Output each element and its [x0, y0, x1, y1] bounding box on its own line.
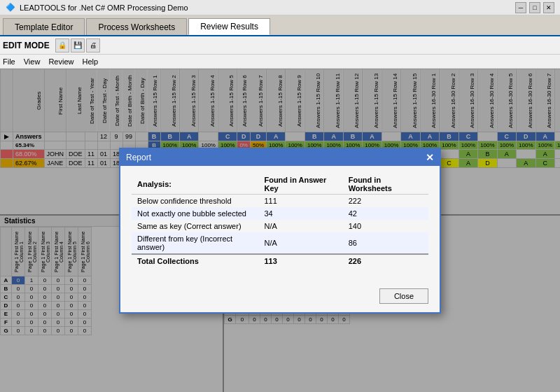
list-item: Total Collections 113 226 — [132, 254, 428, 267]
close-button[interactable]: ✕ — [543, 2, 554, 13]
row-3-ak: N/A — [258, 220, 342, 232]
main-content: Grades First Name Last Name Date of Test… — [0, 69, 560, 392]
modal-header: Report ✕ — [120, 149, 440, 166]
tab-bar: Template Editor Process Worksheets Revie… — [0, 15, 560, 36]
tab-process-worksheets[interactable]: Process Worksheets — [86, 18, 187, 35]
menu-review[interactable]: Review — [48, 57, 74, 66]
report-col-answer-key: Found in Answer Key — [258, 174, 342, 195]
modal-title: Report — [126, 153, 151, 162]
close-button[interactable]: Close — [379, 288, 428, 304]
modal-body: Analysis: Found in Answer Key Found in W… — [120, 166, 440, 284]
menu-help[interactable]: Help — [82, 57, 98, 66]
edit-mode-label: EDIT MODE — [3, 41, 50, 50]
row-4-label: Different from key (Incorrect answer) — [132, 232, 258, 254]
row-3-ws: 140 — [343, 220, 428, 232]
row-3-label: Same as key (Correct answer) — [132, 220, 258, 232]
tab-review-results[interactable]: Review Results — [188, 18, 270, 35]
total-ak: 113 — [258, 254, 342, 267]
row-4-ak: N/A — [258, 232, 342, 254]
row-1-ak: 111 — [258, 194, 342, 207]
row-1-ws: 222 — [343, 194, 428, 207]
minimize-button[interactable]: ─ — [515, 2, 526, 13]
row-2-ak: 34 — [258, 207, 342, 220]
lock-icon[interactable]: 🔒 — [55, 38, 69, 52]
app-title: LEADTOOLS for .Net C# OMR Processing Dem… — [20, 4, 188, 12]
total-label: Total Collections — [132, 254, 258, 267]
list-item: Different from key (Incorrect answer) N/… — [132, 232, 428, 254]
list-item: Not exactly one bubble selected 34 42 — [132, 207, 428, 220]
app-icon: 🔷 — [6, 3, 15, 12]
report-col-analysis: Analysis: — [132, 174, 258, 195]
maximize-button[interactable]: □ — [529, 2, 540, 13]
menu-file[interactable]: File — [3, 57, 15, 66]
print-icon[interactable]: 🖨 — [86, 38, 100, 52]
window-controls[interactable]: ─ □ ✕ — [515, 2, 554, 13]
row-4-ws: 86 — [343, 232, 428, 254]
row-2-label: Not exactly one bubble selected — [132, 207, 258, 220]
menu-view[interactable]: View — [24, 57, 41, 66]
tab-template-editor[interactable]: Template Editor — [3, 18, 85, 35]
modal-footer: Close — [120, 284, 440, 312]
total-ws: 226 — [343, 254, 428, 267]
report-col-worksheets: Found in Worksheets — [343, 174, 428, 195]
report-modal: Report ✕ Analysis: Found in Answer Key F… — [119, 148, 441, 314]
menu-bar: File View Review Help — [0, 55, 560, 69]
titlebar: 🔷 LEADTOOLS for .Net C# OMR Processing D… — [0, 0, 560, 15]
row-2-ws: 42 — [343, 207, 428, 220]
row-1-label: Below confidence threshold — [132, 194, 258, 207]
list-item: Same as key (Correct answer) N/A 140 — [132, 220, 428, 232]
modal-close-button[interactable]: ✕ — [426, 152, 434, 163]
report-table: Analysis: Found in Answer Key Found in W… — [132, 174, 428, 267]
modal-overlay: Report ✕ Analysis: Found in Answer Key F… — [0, 69, 560, 392]
list-item: Below confidence threshold 111 222 — [132, 194, 428, 207]
toolbar: EDIT MODE 🔒 💾 🖨 — [0, 36, 560, 55]
save-icon[interactable]: 💾 — [71, 38, 85, 52]
